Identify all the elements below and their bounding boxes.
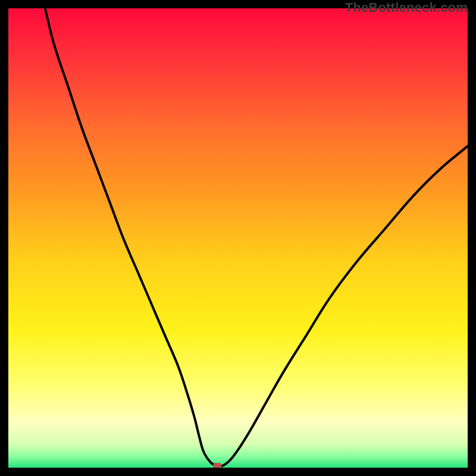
watermark-text: TheBottleneck.com [345, 0, 468, 15]
chart-frame [8, 8, 468, 468]
chart-plot [8, 8, 468, 468]
chart-background [8, 8, 468, 468]
minimum-marker [213, 463, 221, 468]
